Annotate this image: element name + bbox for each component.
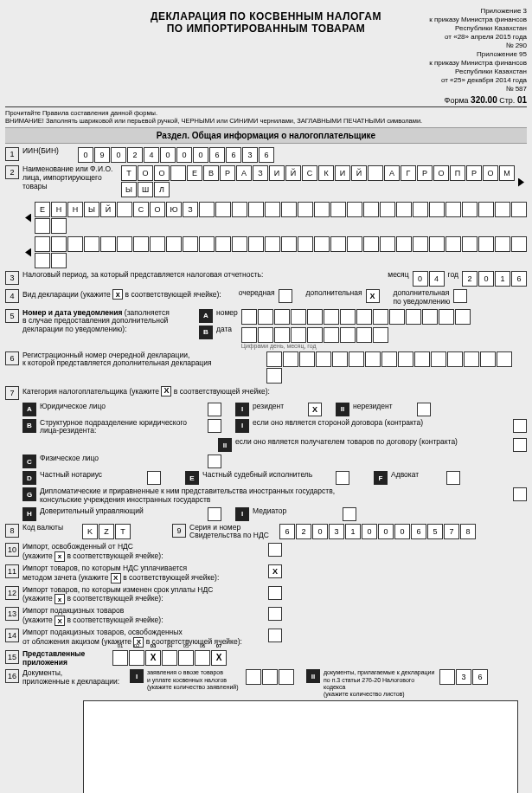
chk-13[interactable] — [268, 607, 282, 621]
cat-A: A — [22, 403, 36, 416]
row-num-1: 1 — [5, 147, 19, 161]
cat-D: D — [22, 471, 36, 485]
decl-type-label: Вид декларации (укажите x в соответствую… — [22, 289, 221, 300]
row-num-13: 13 — [5, 607, 19, 621]
chk-BI[interactable] — [513, 419, 527, 433]
opt-po-uvedomleniyu: дополнительнаяпо уведомлению — [394, 289, 451, 306]
doc-I-cells[interactable] — [246, 669, 294, 685]
cat-H: H — [22, 507, 36, 521]
nds-cert-cells[interactable]: 620310006578 — [279, 524, 476, 539]
chk-H[interactable] — [208, 507, 221, 521]
regnum-label: Регистрационный номер очередной декларац… — [22, 351, 263, 369]
row-num-12: 12 — [5, 586, 19, 600]
doc-I: I — [130, 669, 144, 683]
year-cells[interactable]: 2016 — [462, 271, 527, 287]
chk-10[interactable] — [268, 543, 282, 557]
chk-dopolnitelnaya[interactable]: X — [366, 289, 380, 303]
notice-date[interactable] — [241, 327, 527, 343]
cat-G: G — [22, 487, 36, 501]
cat-B: B — [22, 419, 36, 433]
period-label: Налоговый период, за который представляе… — [22, 271, 384, 280]
cat-BI: I — [235, 419, 249, 433]
arrow-icon — [518, 178, 527, 187]
row-num-14: 14 — [5, 629, 19, 642]
doc-title: ДЕКЛАРАЦИЯ ПО КОСВЕННЫМ НАЛОГАМ ПО ИМПОР… — [0, 10, 532, 35]
sub-A: A — [199, 309, 213, 323]
chk-11[interactable]: X — [268, 564, 282, 578]
arrow-left-icon — [22, 214, 31, 222]
regnum-cells[interactable] — [266, 351, 527, 384]
chk-po-uvedomleniyu[interactable] — [453, 289, 467, 303]
chk-C[interactable] — [208, 455, 221, 468]
cat-II: II — [336, 403, 349, 416]
row-num-11: 11 — [5, 564, 19, 578]
name-line3[interactable] — [35, 236, 527, 268]
currency-cells[interactable]: KZT — [82, 524, 131, 539]
chk-mediator[interactable] — [343, 507, 356, 521]
chk-resident[interactable]: X — [308, 403, 322, 416]
instructions: Прочитайте Правила составления данной фо… — [5, 109, 527, 125]
row-num-16: 16 — [5, 669, 19, 683]
notice-label: Номер и дата уведомления (заполняется в … — [22, 309, 195, 334]
month-cells[interactable]: 04 — [413, 271, 445, 287]
year-label: год — [448, 271, 458, 280]
cat-C: C — [22, 455, 36, 468]
chk-E[interactable] — [336, 471, 349, 485]
row-num-3: 3 — [5, 271, 19, 285]
sub-B: B — [199, 326, 213, 339]
chk-D[interactable] — [147, 471, 161, 485]
cat-Im: I — [235, 507, 249, 521]
opt-ocherednaya: очередная — [239, 289, 275, 298]
name-line1[interactable]: ТООЕВРАЗИЙСКИЙАГРОПРОМЫШЛ — [121, 165, 515, 197]
chk-14[interactable] — [268, 629, 282, 642]
chk-ocherednaya[interactable] — [279, 289, 292, 303]
row-num-6: 6 — [5, 351, 19, 365]
row-num-8: 8 — [5, 524, 19, 538]
form-code: Форма 320.00 Стр. 01 — [5, 95, 527, 105]
opt-dopolnitelnaya: дополнительная — [306, 289, 362, 298]
doc-II: II — [306, 669, 320, 683]
row-num-9: 9 — [172, 524, 186, 538]
signature-box — [83, 700, 518, 793]
month-label: месяц — [388, 271, 408, 280]
chk-G[interactable] — [513, 487, 527, 501]
chk-BII[interactable] — [513, 438, 527, 452]
row-num-10: 10 — [5, 543, 19, 557]
chk-nonresident[interactable] — [417, 403, 431, 416]
category-label: Категория налогоплательщика (укажите X в… — [22, 386, 270, 396]
chk-A[interactable] — [208, 403, 221, 416]
cat-E: E — [185, 471, 199, 485]
attachments-cells[interactable]: 0102X03040506X07 — [112, 650, 227, 666]
row-num-7: 7 — [5, 386, 19, 400]
cat-F: F — [374, 471, 388, 485]
name-label: Наименование или Ф.И.О.лица, импортирующ… — [22, 165, 118, 190]
doc-II-cells[interactable]: 36 — [439, 669, 488, 685]
cat-BII: II — [218, 438, 232, 452]
section-title: Раздел. Общая информация о налогоплатель… — [5, 127, 527, 144]
row-num-5: 5 — [5, 309, 19, 323]
name-line2[interactable]: ЕННЫЙСОЮЗ — [35, 202, 527, 234]
row-num-4: 4 — [5, 289, 19, 303]
arrow-left-icon — [22, 248, 31, 257]
cat-I: I — [235, 403, 249, 416]
notice-number[interactable] — [241, 309, 527, 325]
chk-12[interactable] — [268, 586, 282, 600]
iin-label: ИИН(БИН) — [22, 147, 74, 156]
row-num-2: 2 — [5, 165, 19, 179]
row-num-15: 15 — [5, 650, 19, 664]
chk-F[interactable] — [446, 471, 460, 485]
iin-cells[interactable]: 090240006636 — [78, 147, 274, 163]
chk-B[interactable] — [208, 419, 221, 433]
